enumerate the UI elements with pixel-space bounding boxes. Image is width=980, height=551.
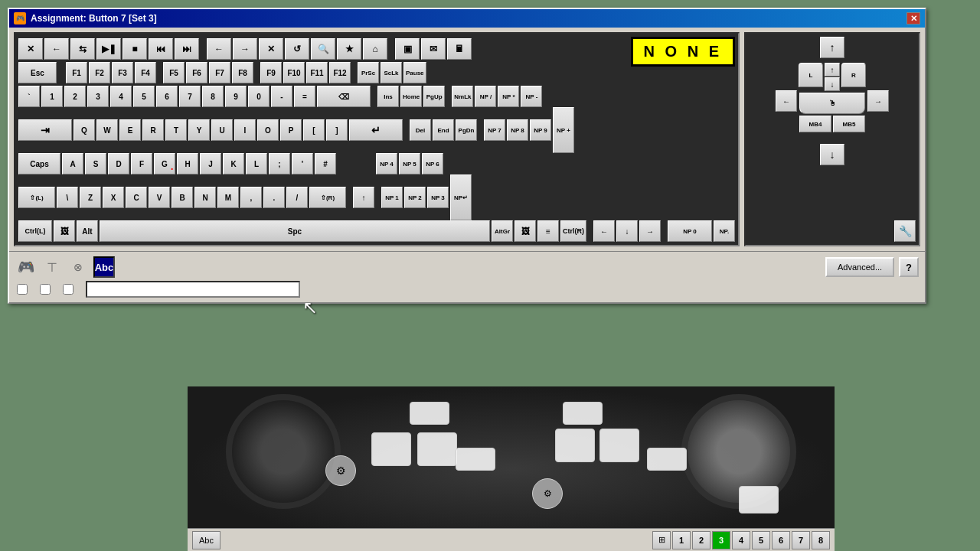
key-ctrll[interactable]: Ctrl(L) bbox=[18, 220, 52, 242]
key-g[interactable]: G bbox=[154, 153, 175, 174]
key-npminus[interactable]: NP - bbox=[521, 86, 542, 107]
key-equals[interactable]: = bbox=[294, 86, 315, 107]
key-lbracket[interactable]: [ bbox=[303, 119, 325, 141]
key-minus[interactable]: - bbox=[271, 86, 292, 107]
key-f4[interactable]: F4 bbox=[135, 62, 156, 83]
key-npenter[interactable]: NP↵ bbox=[450, 174, 472, 220]
key-np3[interactable]: NP 3 bbox=[427, 187, 449, 208]
key-t[interactable]: T bbox=[165, 119, 187, 141]
close-button[interactable]: ✕ bbox=[906, 12, 920, 24]
key-f1[interactable]: F1 bbox=[66, 62, 87, 83]
gp-num-4[interactable]: 4 bbox=[732, 531, 750, 549]
key-f9[interactable]: F9 bbox=[260, 62, 282, 83]
key-1[interactable]: 1 bbox=[41, 86, 63, 107]
key-np8[interactable]: NP 8 bbox=[507, 119, 528, 141]
gp-btn-6[interactable] bbox=[563, 402, 603, 425]
key-f2[interactable]: F2 bbox=[89, 62, 110, 83]
key-prtsc[interactable]: PrSc bbox=[358, 62, 379, 83]
key-np7[interactable]: NP 7 bbox=[484, 119, 505, 141]
key-pgup[interactable]: PgUp bbox=[423, 86, 445, 107]
gp-num-3[interactable]: 3 bbox=[712, 531, 730, 549]
gp-grid-icon[interactable]: ⊞ bbox=[652, 531, 671, 549]
key-rightarrow[interactable]: → bbox=[639, 220, 661, 242]
key-enter[interactable]: ↵ bbox=[349, 119, 403, 141]
key-hash[interactable]: # bbox=[315, 153, 336, 174]
key-w[interactable]: W bbox=[96, 119, 118, 141]
key-esc[interactable]: Esc bbox=[18, 62, 57, 83]
key-b[interactable]: B bbox=[172, 187, 193, 208]
key-quote[interactable]: ' bbox=[292, 153, 313, 174]
key-tab[interactable]: ⇥ bbox=[18, 119, 72, 141]
key-npmul[interactable]: NP * bbox=[498, 86, 519, 107]
rp-right[interactable]: → bbox=[867, 90, 889, 112]
key-backspace[interactable]: ⌫ bbox=[317, 86, 371, 107]
toolbar-btn-play[interactable]: ▶❚ bbox=[96, 38, 121, 60]
key-f[interactable]: F bbox=[131, 153, 152, 174]
key-i[interactable]: I bbox=[234, 119, 256, 141]
key-space[interactable]: Spc bbox=[100, 220, 490, 242]
key-f6[interactable]: F6 bbox=[186, 62, 207, 83]
toolbar-btn-home[interactable]: ⌂ bbox=[363, 38, 387, 60]
gp-num-1[interactable]: 1 bbox=[672, 531, 691, 549]
toolbar-btn-back[interactable]: ← bbox=[44, 38, 69, 60]
key-f12[interactable]: F12 bbox=[329, 62, 351, 83]
key-y[interactable]: Y bbox=[188, 119, 210, 141]
gp-btn-2[interactable] bbox=[371, 432, 411, 466]
toolbar-btn-mail[interactable]: ✉ bbox=[421, 38, 446, 60]
key-u[interactable]: U bbox=[211, 119, 233, 141]
key-a[interactable]: A bbox=[62, 153, 83, 174]
key-backslash[interactable]: \ bbox=[57, 187, 78, 208]
key-o[interactable]: O bbox=[257, 119, 279, 141]
toolbar-btn-star[interactable]: ★ bbox=[337, 38, 361, 60]
key-f5[interactable]: F5 bbox=[163, 62, 185, 83]
key-pause[interactable]: Pause bbox=[403, 62, 426, 83]
gp-btn-3[interactable] bbox=[417, 432, 457, 466]
key-semicolon[interactable]: ; bbox=[269, 153, 290, 174]
gp-btn-10[interactable]: ⚙ bbox=[532, 478, 563, 509]
key-np4[interactable]: NP 4 bbox=[376, 153, 397, 174]
key-home[interactable]: Home bbox=[400, 86, 422, 107]
key-np5[interactable]: NP 5 bbox=[399, 153, 420, 174]
key-ins[interactable]: Ins bbox=[377, 86, 399, 107]
key-e[interactable]: E bbox=[119, 119, 141, 141]
toolbar-btn-x[interactable]: ✕ bbox=[259, 38, 283, 60]
rp-down[interactable]: ↓ bbox=[820, 144, 844, 165]
gp-btn-11[interactable] bbox=[739, 486, 779, 514]
toolbar-btn-arrowright[interactable]: → bbox=[233, 38, 257, 60]
gp-btn-7[interactable] bbox=[555, 429, 595, 462]
bottom-icon-gamepad[interactable]: 🎮 bbox=[15, 256, 37, 278]
key-5[interactable]: 5 bbox=[133, 86, 155, 107]
toolbar-btn-stop[interactable]: ■ bbox=[122, 38, 147, 60]
key-uparrow[interactable]: ↑ bbox=[353, 187, 374, 208]
gp-btn-4[interactable] bbox=[456, 448, 495, 471]
rp-scroll-up[interactable]: ↑ bbox=[825, 63, 840, 77]
toolbar-btn-split[interactable]: ▣ bbox=[395, 38, 420, 60]
key-shiftr[interactable]: ⇧(R) bbox=[309, 187, 346, 208]
key-f7[interactable]: F7 bbox=[209, 62, 230, 83]
gp-num-6[interactable]: 6 bbox=[772, 531, 790, 549]
key-backtick[interactable]: ` bbox=[18, 86, 40, 107]
toolbar-btn-arrowleft[interactable]: ← bbox=[207, 38, 231, 60]
rp-settings[interactable]: 🔧 bbox=[894, 220, 916, 242]
key-del[interactable]: Del bbox=[410, 119, 431, 141]
key-3[interactable]: 3 bbox=[87, 86, 109, 107]
gp-num-2[interactable]: 2 bbox=[692, 531, 710, 549]
key-alt[interactable]: Alt bbox=[77, 220, 98, 242]
key-caps[interactable]: Caps bbox=[18, 153, 60, 174]
toolbar-btn-forward[interactable]: ⇆ bbox=[70, 38, 95, 60]
text-input[interactable] bbox=[86, 281, 300, 298]
key-pgdn[interactable]: PgDn bbox=[456, 119, 477, 141]
key-period[interactable]: . bbox=[263, 187, 285, 208]
gp-num-7[interactable]: 7 bbox=[792, 531, 810, 549]
key-4[interactable]: 4 bbox=[110, 86, 132, 107]
help-button[interactable]: ? bbox=[899, 257, 919, 277]
key-altgr[interactable]: AltGr bbox=[492, 220, 513, 242]
key-7[interactable]: 7 bbox=[179, 86, 201, 107]
toolbar-btn-search[interactable]: 🔍 bbox=[311, 38, 335, 60]
key-downarrow[interactable]: ↓ bbox=[616, 220, 638, 242]
key-c[interactable]: C bbox=[126, 187, 147, 208]
toolbar-btn-next[interactable]: ⏭ bbox=[175, 38, 199, 60]
key-np2[interactable]: NP 2 bbox=[404, 187, 426, 208]
key-leftarrow[interactable]: ← bbox=[593, 220, 615, 242]
key-9[interactable]: 9 bbox=[225, 86, 247, 107]
